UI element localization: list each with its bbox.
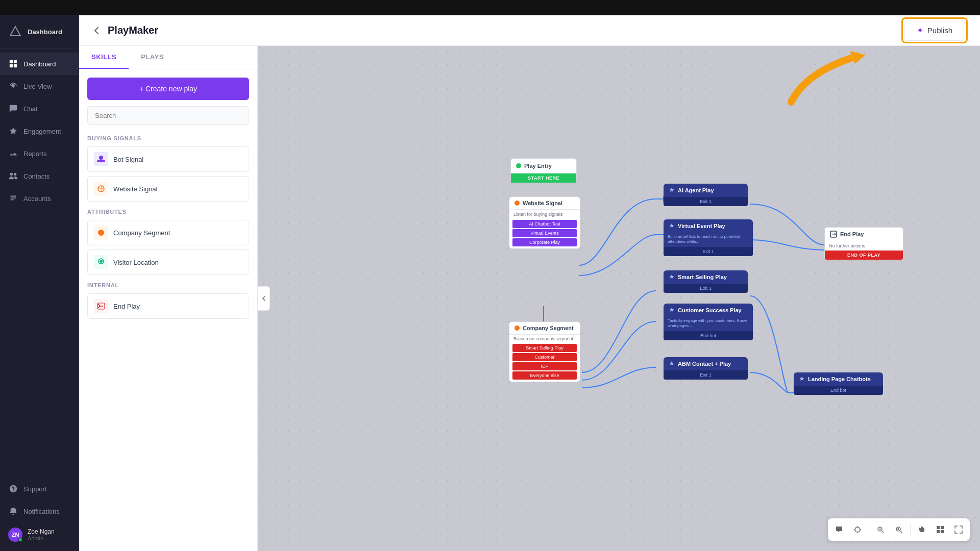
sidebar-label-accounts: Accounts (23, 195, 51, 203)
svg-point-4 (12, 85, 14, 87)
toolbar-divider-1 (869, 523, 869, 536)
website-signal-tag-2: Corporate Play (512, 238, 577, 246)
content-area: SKILLS PLAYS + Create new play BUYING SI… (79, 46, 980, 551)
smart-selling-exit: Exit 1 (664, 284, 748, 293)
skill-company-segment[interactable]: Company Segment (87, 220, 249, 245)
contacts-icon (8, 171, 18, 181)
toolbar-target-button[interactable] (849, 521, 866, 538)
end-play-header: End Play (825, 228, 903, 241)
user-profile[interactable]: ZN Zoe Ngan Admin (0, 522, 79, 547)
sidebar-item-live-view[interactable]: Live View (0, 75, 79, 97)
sidebar-label-contacts: Contacts (23, 172, 50, 180)
company-segment-tag-2: ICP (512, 362, 577, 370)
landing-page-header: Landing Page Chatbots (794, 372, 883, 386)
tab-plays[interactable]: PLAYS (129, 46, 176, 69)
toolbar-zoom-out-button[interactable] (872, 521, 889, 538)
company-segment-header: Company Segment (509, 322, 580, 335)
user-role: Admin (28, 535, 55, 541)
support-icon (8, 484, 18, 494)
publish-button[interactable]: ✦ Publish (904, 20, 965, 41)
website-signal-dot (514, 201, 520, 206)
node-customer-success-play[interactable]: Customer Success Play Tactfully engage w… (664, 304, 753, 340)
skill-visitor-location[interactable]: Visitor Location (87, 249, 249, 275)
header: PlayMaker ✦ Publish (79, 15, 980, 46)
play-entry-header: Play Entry (511, 159, 576, 173)
svg-point-6 (98, 230, 104, 236)
node-ai-agent-play[interactable]: AI Agent Play Exit 1 (664, 184, 748, 206)
virtual-event-title: Virtual Event Play (678, 223, 725, 229)
toolbar-hand-button[interactable] (914, 521, 930, 538)
skill-name-end-play: End Play (113, 303, 140, 310)
company-segment-tag-1: Customer (512, 353, 577, 361)
skill-end-play[interactable]: End Play (87, 293, 249, 319)
sidebar-item-dashboard[interactable]: Dashboard (0, 53, 79, 75)
node-play-entry[interactable]: Play Entry START HERE (510, 158, 577, 183)
toolbar-divider-2 (910, 523, 911, 536)
landing-page-title: Landing Page Chatbots (808, 376, 871, 382)
toolbar-fullscreen-button[interactable] (950, 521, 967, 538)
node-abm-contact-play[interactable]: ABM Contact + Play Exit 1 (664, 357, 748, 380)
company-segment-title: Company Segment (523, 325, 574, 331)
search-input[interactable] (87, 106, 249, 125)
app-name: Dashboard (28, 28, 62, 36)
left-panel: SKILLS PLAYS + Create new play BUYING SI… (79, 46, 258, 551)
engagement-icon (8, 126, 18, 136)
website-signal-header: Website Signal (509, 197, 580, 210)
sidebar-logo: Dashboard (0, 15, 79, 48)
panel-content: + Create new play BUYING SIGNALS Bot Sig… (79, 69, 257, 551)
svg-point-14 (855, 527, 860, 532)
svg-rect-29 (941, 530, 944, 533)
sidebar-item-support[interactable]: Support (0, 478, 79, 500)
svg-rect-27 (941, 526, 944, 529)
skill-website-signal[interactable]: Website Signal (87, 176, 249, 202)
publish-label: Publish (927, 26, 952, 35)
chat-icon (8, 104, 18, 114)
sidebar-item-accounts[interactable]: Accounts (0, 187, 79, 210)
toolbar-zoom-in-button[interactable] (891, 521, 907, 538)
company-segment-desc: Branch on company segment. (509, 335, 580, 343)
sidebar-item-contacts[interactable]: Contacts (0, 165, 79, 187)
ai-agent-header: AI Agent Play (664, 184, 748, 197)
sidebar-nav: Dashboard Live View Chat E (0, 48, 79, 473)
toolbar-grid-button[interactable] (932, 521, 948, 538)
sidebar-item-engagement[interactable]: Engagement (0, 120, 79, 142)
abm-contact-title: ABM Contact + Play (678, 361, 731, 367)
toolbar-chat-button[interactable] (831, 521, 847, 538)
back-button[interactable] (91, 26, 102, 36)
svg-point-7 (100, 260, 103, 263)
node-landing-page-chatbots[interactable]: Landing Page Chatbots End bot (794, 372, 883, 395)
abm-contact-exit: Exit 1 (664, 370, 748, 380)
node-smart-selling-play[interactable]: Smart Selling Play Exit 1 (664, 270, 748, 293)
live-view-icon (8, 81, 18, 91)
logo-icon (8, 24, 22, 39)
customer-success-desc: Tactfully engage with your customers. Kn… (664, 317, 753, 331)
ai-agent-exit: Exit 1 (664, 197, 748, 206)
node-end-play[interactable]: End Play No further actions END OF PLAY (824, 227, 903, 260)
canvas-area[interactable]: Play Entry START HERE Website Signal Lis… (258, 46, 980, 551)
svg-rect-0 (10, 60, 13, 63)
publish-icon: ✦ (917, 26, 923, 35)
tabs: SKILLS PLAYS (79, 46, 257, 69)
sidebar-bottom: Support Notifications ZN Zoe Ngan Admin (0, 473, 79, 551)
skill-bot-signal[interactable]: Bot Signal (87, 146, 249, 172)
end-play-title: End Play (840, 231, 864, 237)
reports-icon (8, 148, 18, 159)
tab-skills[interactable]: SKILLS (79, 46, 129, 69)
notifications-icon (8, 506, 18, 516)
skill-name-visitor-location: Visitor Location (113, 259, 159, 266)
sidebar-label-dashboard: Dashboard (23, 60, 56, 68)
sidebar-item-reports[interactable]: Reports (0, 142, 79, 165)
avatar: ZN (8, 528, 22, 542)
sidebar-item-chat[interactable]: Chat (0, 97, 79, 120)
smart-selling-header: Smart Selling Play (664, 270, 748, 284)
node-virtual-event-play[interactable]: Virtual Event Play Build email lists to … (664, 219, 753, 256)
sidebar-label-notifications: Notifications (23, 508, 60, 515)
create-new-play-button[interactable]: + Create new play (87, 78, 249, 100)
website-signal-title: Website Signal (523, 200, 562, 206)
node-website-signal[interactable]: Website Signal Listen for buying signals… (509, 196, 580, 249)
collapse-panel-button[interactable] (258, 286, 270, 311)
dashboard-icon (8, 59, 18, 69)
node-company-segment[interactable]: Company Segment Branch on company segmen… (509, 321, 580, 382)
sidebar-item-notifications[interactable]: Notifications (0, 500, 79, 522)
end-play-icon (94, 299, 108, 313)
